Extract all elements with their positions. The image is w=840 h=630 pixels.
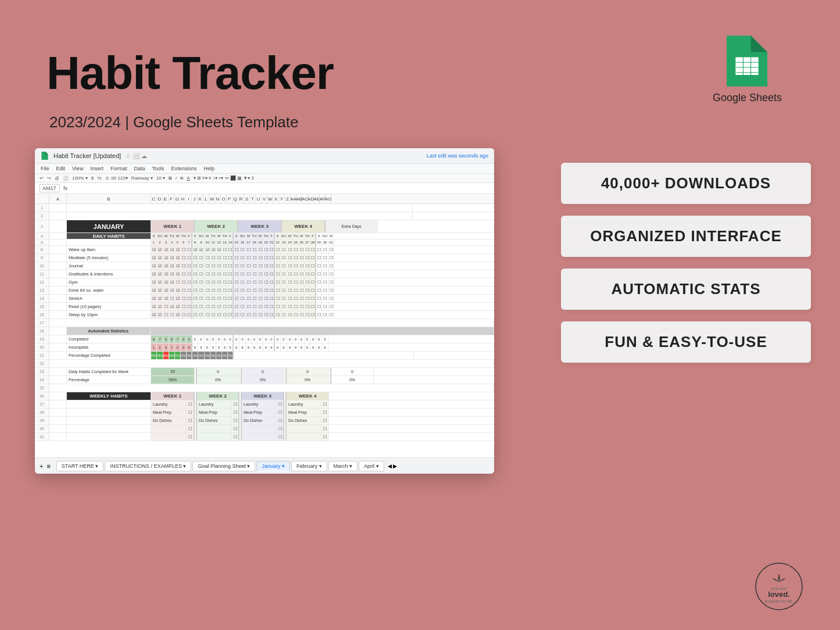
habit-check-cell: ☐ xyxy=(222,278,228,286)
habit-check-cell: ☐ xyxy=(198,270,205,278)
habit-check-cell: ☑ xyxy=(175,254,181,262)
habit-check-cell: ☐ xyxy=(322,311,328,318)
habit-check-cell: ☐ xyxy=(316,287,322,294)
habit-check-cell: ☐ xyxy=(275,262,281,270)
habit-check-cell: ☑ xyxy=(169,246,175,253)
habit-check-cell: ☐ xyxy=(181,295,187,302)
tab-april[interactable]: April ▾ xyxy=(359,461,384,471)
tab-start-here[interactable]: START HERE ▾ xyxy=(56,461,104,471)
habit-check-cell: ☑ xyxy=(151,270,157,278)
habit-check-cell: ☐ xyxy=(181,254,187,262)
habit-check-cell: ☐ xyxy=(269,262,275,270)
weekly-item-w2 xyxy=(197,433,232,441)
habit-check-cell: ☐ xyxy=(187,262,192,270)
habit-check-cell: ☐ xyxy=(246,311,252,318)
col-q: Q xyxy=(233,194,238,203)
habit-check-cell: ☐ xyxy=(163,303,169,310)
habit-check-cell: ☐ xyxy=(240,254,246,262)
menu-bar: File Edit View Insert Format Data Tools … xyxy=(35,164,494,174)
habit-check-cell: ☐ xyxy=(252,303,258,310)
habit-check-cell: ☐ xyxy=(287,262,293,270)
habit-check-cell: ☑ xyxy=(163,270,169,278)
weekly-item-w1: Do Dishes xyxy=(151,417,186,424)
habit-check-cell: ☐ xyxy=(222,262,228,270)
habit-check-cell: ☐ xyxy=(234,246,240,253)
sheets-menu-icon: ≡ xyxy=(47,463,50,470)
row-25: 25 xyxy=(35,384,494,392)
col-i: I xyxy=(186,194,192,203)
col-c: C xyxy=(151,194,157,203)
row-4-days: 4 DAILY HABITS S SU M TU W TH F S SU M T… xyxy=(35,233,494,239)
habit-check-cell: ☐ xyxy=(258,262,263,270)
col-w: W xyxy=(267,194,273,203)
habit-check-cell: ☐ xyxy=(187,254,192,262)
row-21-pct: 21 Percentage Completed 89% 78% 56% 89% … xyxy=(35,352,494,360)
habit-check-cell: ☐ xyxy=(263,287,269,294)
habit-check-cell: ☐ xyxy=(328,278,334,286)
week4-header: WEEK 4 xyxy=(282,220,326,232)
habit-check-cell: ☐ xyxy=(198,287,205,294)
habit-check-cell: ☐ xyxy=(322,270,328,278)
col-d: D xyxy=(157,194,163,203)
habit-check-cell: ☐ xyxy=(198,311,205,318)
habit-check-cell: ☐ xyxy=(305,287,310,294)
weekly-item-w2: Do Dishes xyxy=(197,417,232,424)
spreadsheet-title: Habit Tracker [Updated] xyxy=(53,152,121,159)
habit-check-cell: ☐ xyxy=(198,303,205,310)
toolbar-underline: A xyxy=(187,176,190,181)
menu-file: File xyxy=(41,166,49,171)
habit-check-cell: ☐ xyxy=(263,246,269,253)
tab-instructions[interactable]: INSTRUCTIONS / EXAMPLES ▾ xyxy=(105,461,191,471)
tab-march[interactable]: March ▾ xyxy=(328,461,358,471)
weekly-item-w3: Laundry xyxy=(242,400,277,408)
habit-check-cell: ☐ xyxy=(310,246,316,253)
habit-check-cell: ☐ xyxy=(258,270,263,278)
add-sheet-icon: + xyxy=(40,463,43,470)
habit-check-cell: ☐ xyxy=(305,262,310,270)
habit-check-cell: ☐ xyxy=(192,270,198,278)
tab-january[interactable]: January ▾ xyxy=(256,461,290,471)
habit-check-cell: ☐ xyxy=(328,287,334,294)
weekly-item-w1 xyxy=(151,433,186,441)
habit-row-0: 8 Wake up 8am ☑☑☑☑☑☐☐☑☑☑☑☑☐☐☐☐☐☐☐☐☐☐☐☐☐☐… xyxy=(35,246,494,254)
column-headers: A B C D E F G H I J K L M N O P Q R S T … xyxy=(35,194,494,204)
habit-check-cell: ☐ xyxy=(181,270,187,278)
habit-check-cell: ☐ xyxy=(210,311,216,318)
habit-check-cell: ☑ xyxy=(175,246,181,253)
tab-goal-planning[interactable]: Goal Planning Sheet ▾ xyxy=(192,461,255,471)
habit-check-cell: ☐ xyxy=(263,270,269,278)
habit-check-cell: ☐ xyxy=(228,254,234,262)
menu-view: View xyxy=(72,166,83,171)
col-b: B xyxy=(67,194,151,203)
habit-check-cell: ☐ xyxy=(293,278,299,286)
habit-check-cell: ☐ xyxy=(299,303,305,310)
habit-check-cell: ☑ xyxy=(210,246,216,253)
habit-check-cell: ☐ xyxy=(187,270,192,278)
col-f: F xyxy=(169,194,174,203)
habit-check-cell: ☐ xyxy=(216,303,222,310)
habit-check-cell: ☐ xyxy=(299,287,305,294)
row-19-completed: 19 Completed 8 7 5 8 7 0 0 0 0 0 0 0 0 0… xyxy=(35,335,494,343)
habit-check-cell: ☐ xyxy=(192,303,198,310)
habit-check-cell: ☐ xyxy=(293,254,299,262)
habit-check-cell: ☐ xyxy=(234,287,240,294)
loved-brand-logo: you are loved. templates for life. xyxy=(753,560,805,613)
menu-help: Help xyxy=(203,166,215,171)
habit-check-cell: ☐ xyxy=(299,270,305,278)
habit-check-cell: ☐ xyxy=(187,278,192,286)
habit-check-cell: ☐ xyxy=(316,303,322,310)
feature-text-downloads: 40,000+ DOWNLOADS xyxy=(601,174,771,192)
toolbar-dollar: $ xyxy=(91,176,94,181)
tab-february[interactable]: February ▾ xyxy=(291,461,327,471)
habit-check-cell: ☐ xyxy=(263,278,269,286)
spreadsheet-grid: A B C D E F G H I J K L M N O P Q R S T … xyxy=(35,194,494,441)
habit-check-cell: ☐ xyxy=(263,303,269,310)
habit-check-cell: ☐ xyxy=(234,311,240,318)
col-m: M xyxy=(209,194,215,203)
weekly-habits-header: WEEKLY HABITS xyxy=(67,392,151,400)
habit-check-cell: ☐ xyxy=(322,287,328,294)
habit-check-cell: ☐ xyxy=(310,311,316,318)
habit-row-5: 13 Drink 64 oz. water ☑☑☑☑☑☐☐☐☐☐☐☐☐☐☐☐☐☐… xyxy=(35,287,494,295)
habit-check-cell: ☑ xyxy=(151,311,157,318)
habit-check-cell: ☐ xyxy=(181,311,187,318)
